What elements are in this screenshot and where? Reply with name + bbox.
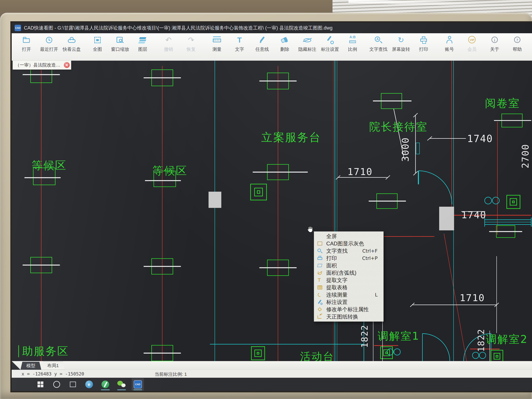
- toolbar-button-redo[interactable]: ↷ 恢复: [180, 35, 203, 52]
- gray-filled-columns: [209, 192, 454, 230]
- modify-dimension-icon: [317, 307, 323, 312]
- toolbar-button-account[interactable]: 账号: [438, 35, 461, 52]
- menu-item-cad-gray[interactable]: CAD图显示灰色: [314, 240, 383, 247]
- area-arc-icon: [317, 270, 323, 276]
- toolbar-button-annotation-settings[interactable]: 标注设置: [319, 35, 341, 52]
- dim-1740-mid: 1740: [461, 209, 486, 221]
- toolbar-label: 打开: [17, 46, 36, 52]
- toolbar-label: 恢复: [182, 46, 201, 52]
- toolbar-button-layers[interactable]: 图层: [131, 35, 154, 52]
- toolbar-button-undo[interactable]: ↶ 撤销: [157, 35, 180, 52]
- blank-icon: [317, 234, 323, 239]
- toolbar-button-measure[interactable]: 测量: [206, 35, 228, 52]
- wechat-icon: [117, 380, 126, 388]
- windows-start-button[interactable]: [34, 378, 47, 391]
- taskbar-wechat[interactable]: [115, 378, 128, 391]
- dim-1822-left: 1822: [360, 325, 370, 348]
- drawing-convert-icon: [317, 314, 323, 319]
- toolbar-button-scale[interactable]: A:B 比例: [341, 35, 364, 52]
- context-menu: 全屏 CAD图显示灰色 文字查找 Ctrl+F 打印 Ctrl+P 面积: [314, 231, 384, 322]
- windows-logo-icon: [38, 381, 43, 387]
- toolbar-button-text[interactable]: T 文字: [228, 35, 251, 52]
- toolbar-button-style[interactable]: ↗ 风格: [529, 35, 532, 52]
- menu-item-print[interactable]: 打印 Ctrl+P: [314, 254, 383, 262]
- room-label-waiting-2: 等候区: [152, 164, 188, 177]
- dim-2700-vertical: 2700: [520, 144, 531, 168]
- menu-item-extract-text[interactable]: T 提取文字: [314, 277, 383, 284]
- toolbar-button-text-search[interactable]: A 文字查找: [367, 35, 390, 52]
- windows-taskbar: e CAD: [12, 378, 532, 391]
- document-tab[interactable]: （一审）县法院改造… ✕: [13, 61, 71, 70]
- toolbar-button-cloud[interactable]: 快看云盘: [60, 35, 83, 52]
- close-tab-icon[interactable]: ✕: [64, 62, 70, 68]
- toolbar-button-about[interactable]: i 关于: [483, 35, 506, 52]
- task-view-icon: [70, 382, 76, 387]
- toolbar-label: 关于: [485, 46, 504, 52]
- toolbar-button-window-zoom[interactable]: 窗口缩放: [109, 35, 131, 52]
- sheet-tab-strip: 模型 布局1: [12, 361, 532, 370]
- text-tool-icon: T: [234, 35, 244, 45]
- kuaikan-app-icon: [101, 380, 109, 388]
- folder-open-icon: [22, 35, 32, 45]
- cad-drawing: 等候区 等候区 立案服务台 助服务区 活动台 院长接待室 阅卷室 调解室1 调解…: [12, 61, 532, 361]
- annotation-scale-label: 当前标注比例: 1: [155, 371, 187, 377]
- toolbar-button-recent[interactable]: 最近打开: [38, 35, 60, 52]
- menu-item-fullscreen[interactable]: 全屏: [314, 233, 383, 240]
- menu-label: 打印: [326, 254, 362, 262]
- menu-item-area[interactable]: 面积: [314, 262, 383, 269]
- measure-ruler-icon: [212, 35, 222, 45]
- dim-1822-right: 1822: [476, 329, 486, 352]
- search-icon: [317, 248, 323, 254]
- edge-browser-icon: e: [85, 380, 93, 388]
- toolbar-button-help[interactable]: ? 帮助: [506, 35, 529, 52]
- toolbar-label: 比例: [343, 46, 362, 52]
- cad-canvas[interactable]: 等候区 等候区 立案服务台 助服务区 活动台 院长接待室 阅卷室 调解室1 调解…: [12, 61, 532, 361]
- menu-shortcut: L: [375, 292, 378, 298]
- tab-layout1[interactable]: 布局1: [41, 361, 65, 370]
- help-question-icon: ?: [512, 35, 522, 45]
- monitor-bezel: CAD CAD快速看图 - G:\甘露\湘潭县人民法院诉讼服务中心维改项目\(一…: [0, 13, 532, 399]
- cortana-circle-icon: [53, 381, 60, 388]
- toolbar-label: 屏幕旋转: [392, 46, 411, 52]
- task-view-button[interactable]: [67, 378, 79, 391]
- menu-item-tangent-convert[interactable]: 天正图纸转换: [314, 313, 383, 320]
- taskbar-browser[interactable]: e: [83, 378, 95, 391]
- menu-item-extract-table[interactable]: 提取表格: [314, 284, 383, 291]
- toolbar-label: 风格: [530, 46, 532, 52]
- taskbar-kuaikan-app[interactable]: [99, 378, 111, 391]
- menu-item-area-arc[interactable]: 面积(含弧线): [314, 269, 383, 277]
- menu-item-continuous-measure[interactable]: 连续测量 L: [314, 291, 383, 298]
- cortana-button[interactable]: [51, 378, 63, 391]
- toolbar-button-hide-annotation[interactable]: 隐藏标注: [296, 35, 319, 52]
- vip-member-icon: VIP: [467, 35, 477, 45]
- text-search-icon: A: [374, 35, 383, 45]
- toolbar-button-fit-view[interactable]: 全图: [86, 35, 109, 52]
- layers-icon: [138, 35, 148, 45]
- toolbar-button-open[interactable]: 打开: [15, 35, 38, 52]
- room-label-file-reading: 阅卷室: [485, 97, 520, 109]
- window-zoom-icon: [115, 35, 125, 45]
- toolbar-button-screen-rotate[interactable]: ↻ 屏幕旋转: [390, 35, 412, 52]
- toolbar-label: 撤销: [159, 46, 178, 52]
- menu-item-text-search[interactable]: 文字查找 Ctrl+F: [314, 247, 383, 254]
- toolbar-button-print[interactable]: 打印: [412, 35, 435, 52]
- toolbar-button-vip[interactable]: VIP 会员: [461, 35, 483, 52]
- title-bar: CAD CAD快速看图 - G:\甘露\湘潭县人民法院诉讼服务中心维改项目\(一…: [12, 23, 532, 33]
- tab-model[interactable]: 模型: [20, 362, 41, 370]
- taskbar-cad-viewer[interactable]: CAD: [132, 378, 144, 391]
- toolbar-label: 快看云盘: [62, 46, 81, 52]
- cursor-coordinates: x = -126483 y = -150520: [22, 371, 84, 377]
- menu-item-modify-dim[interactable]: 修改单个标注属性: [314, 306, 383, 313]
- toolbar-button-freeline[interactable]: 任意线: [251, 35, 273, 52]
- room-label-waiting-1: 等候区: [32, 159, 67, 171]
- recent-clock-icon: [44, 35, 54, 45]
- scale-ratio-icon: A:B: [348, 35, 357, 45]
- about-info-icon: i: [490, 35, 500, 45]
- room-label-mediation-1: 调解室1: [378, 330, 420, 342]
- menu-item-dim-settings[interactable]: 标注设置: [314, 298, 383, 306]
- toolbar-label: 删除: [275, 46, 294, 52]
- toolbar-button-delete[interactable]: 删除: [273, 35, 296, 52]
- printer-icon: [317, 256, 323, 261]
- redo-icon: ↷: [186, 35, 196, 45]
- toolbar-label: 打印: [414, 46, 433, 52]
